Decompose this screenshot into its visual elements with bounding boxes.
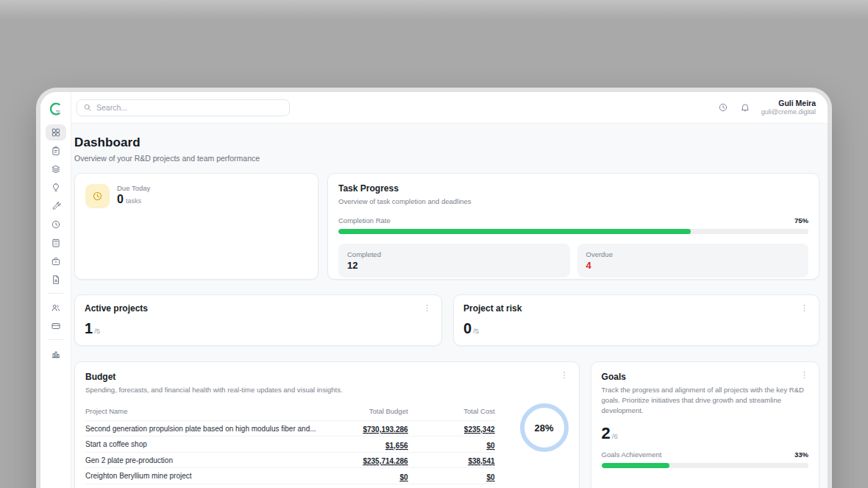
dashboard-grid-icon <box>51 127 61 138</box>
column-total-budget: Total Budget <box>316 407 408 415</box>
budget-subtitle: Spending, forecasts, and financial healt… <box>85 385 569 395</box>
sidebar-item-tasks[interactable] <box>46 143 66 159</box>
budget-title: Budget <box>85 372 569 382</box>
sidebar-item-tools[interactable] <box>46 198 66 214</box>
task-progress-subtitle: Overview of task completion and deadline… <box>338 197 808 207</box>
budget-value-link[interactable]: $730,193.286 <box>363 425 408 434</box>
overdue-label: Overdue <box>586 250 800 258</box>
history-clock-icon[interactable] <box>717 102 729 113</box>
sidebar-item-documents[interactable] <box>46 272 66 288</box>
search-input[interactable] <box>96 103 283 112</box>
sidebar-divider <box>48 293 64 294</box>
sidebar-item-calculator[interactable] <box>46 235 66 251</box>
search-box[interactable] <box>77 99 290 116</box>
active-projects-title: Active projects <box>85 303 432 314</box>
goals-subtitle: Track the progress and alignment of all … <box>602 385 804 415</box>
completed-stat-box: Completed 12 <box>338 244 570 277</box>
sidebar-divider <box>48 339 64 340</box>
sidebar-item-projects[interactable] <box>46 253 66 269</box>
due-today-clock-icon <box>85 184 110 208</box>
cost-value-link[interactable]: $235,342 <box>464 425 495 434</box>
completion-rate-progressbar <box>338 229 808 234</box>
users-icon <box>51 303 61 313</box>
due-today-unit: tasks <box>126 197 141 205</box>
dashboard-content: Dashboard Overview of your R&D projects … <box>71 124 828 488</box>
sidebar-item-analytics[interactable] <box>46 346 66 362</box>
lightbulb-icon <box>51 183 61 193</box>
sidebar-item-billing[interactable] <box>46 318 66 334</box>
main-area: Guli Meira guli@creme.digital Dashboard … <box>71 92 828 488</box>
budget-table-row[interactable]: Start a coffee shop $1,656 $0 <box>85 436 495 453</box>
goals-card: Goals ⋮ Track the progress and alignment… <box>591 361 819 488</box>
bar-chart-icon <box>51 349 61 359</box>
cost-value-link[interactable]: $0 <box>486 442 494 450</box>
page-title: Dashboard <box>74 135 819 150</box>
completion-rate-progress-fill <box>338 229 691 234</box>
overdue-stat-box: Overdue 4 <box>577 244 809 277</box>
calculator-icon <box>51 238 61 248</box>
budget-percent-ring: 28% <box>520 403 569 452</box>
goals-value: 2/6 <box>602 424 808 443</box>
due-today-value: 0tasks <box>117 193 150 206</box>
column-total-cost: Total Cost <box>408 407 495 415</box>
task-progress-card: Task Progress Overview of task completio… <box>327 173 819 280</box>
due-today-card: Due Today 0tasks <box>74 173 319 280</box>
goals-menu-icon[interactable]: ⋮ <box>797 369 811 381</box>
completion-rate-value: 75% <box>794 216 808 224</box>
credit-card-icon <box>51 321 61 331</box>
due-today-label: Due Today <box>117 184 150 192</box>
budget-table-row[interactable]: Creighton Beryllium mine project $0 $0 <box>85 468 495 484</box>
task-progress-title: Task Progress <box>338 183 808 194</box>
budget-table: Project Name Total Budget Total Cost Sec… <box>85 404 495 488</box>
topbar: Guli Meira guli@creme.digital <box>71 92 828 124</box>
clipboard-icon <box>51 146 61 156</box>
completed-value: 12 <box>347 260 561 271</box>
user-name: Guli Meira <box>761 99 816 108</box>
briefcase-icon <box>51 256 61 266</box>
notifications-bell-icon[interactable] <box>739 102 751 113</box>
column-project-name: Project Name <box>85 407 316 415</box>
budget-menu-icon[interactable]: ⋮ <box>558 369 572 381</box>
overdue-value: 4 <box>586 260 800 271</box>
project-at-risk-value: 0/5 <box>463 320 809 337</box>
budget-table-header: Project Name Total Budget Total Cost <box>85 404 495 421</box>
sidebar-item-dashboard[interactable] <box>46 124 66 141</box>
sidebar-item-team[interactable] <box>46 300 66 316</box>
active-projects-card: Active projects ⋮ 1/5 <box>74 294 442 346</box>
budget-card: Budget ⋮ Spending, forecasts, and financ… <box>74 361 580 488</box>
budget-table-row[interactable]: Gen 2 plate pre-production $235,714.286 … <box>85 453 495 469</box>
cost-value-link[interactable]: $0 <box>486 473 494 482</box>
budget-table-row[interactable]: Second generation propulsion plate based… <box>85 421 495 437</box>
app-window: ✱ V1.0 Guli Meira guli@creme.digital <box>40 92 828 488</box>
goals-title: Goals <box>602 372 808 382</box>
sidebar-item-time[interactable] <box>46 216 66 233</box>
budget-percent-value: 28% <box>535 422 554 434</box>
active-projects-menu-icon[interactable]: ⋮ <box>420 303 434 314</box>
page-subtitle: Overview of your R&D projects and team p… <box>74 154 819 163</box>
user-email: guli@creme.digital <box>761 108 816 116</box>
budget-value-link[interactable]: $0 <box>399 473 408 482</box>
sidebar-item-layers[interactable] <box>46 161 66 177</box>
goals-achievement-label: Goals Achievement <box>602 450 662 459</box>
budget-value-link[interactable]: $235,714.286 <box>363 457 408 466</box>
budget-value-link[interactable]: $1,656 <box>385 442 408 450</box>
app-logo-icon[interactable] <box>46 99 65 119</box>
file-icon <box>51 275 61 285</box>
sidebar-item-ideas[interactable] <box>46 180 66 196</box>
goals-achievement-value: 33% <box>794 450 808 459</box>
sidebar: ✱ V1.0 <box>40 92 71 488</box>
wrench-icon <box>51 201 61 211</box>
goals-achievement-progress-fill <box>602 463 670 468</box>
user-menu[interactable]: Guli Meira guli@creme.digital <box>761 99 816 116</box>
clock-icon <box>51 219 61 230</box>
active-projects-value: 1/5 <box>85 320 432 337</box>
project-at-risk-menu-icon[interactable]: ⋮ <box>797 303 811 314</box>
layers-icon <box>51 164 61 174</box>
project-at-risk-card: Project at risk ⋮ 0/5 <box>453 294 819 346</box>
project-at-risk-title: Project at risk <box>463 303 809 314</box>
cost-value-link[interactable]: $38,541 <box>468 457 494 466</box>
completed-label: Completed <box>347 250 561 258</box>
search-icon <box>83 103 92 112</box>
completion-rate-label: Completion Rate <box>338 216 391 224</box>
goals-achievement-progressbar <box>602 463 808 468</box>
